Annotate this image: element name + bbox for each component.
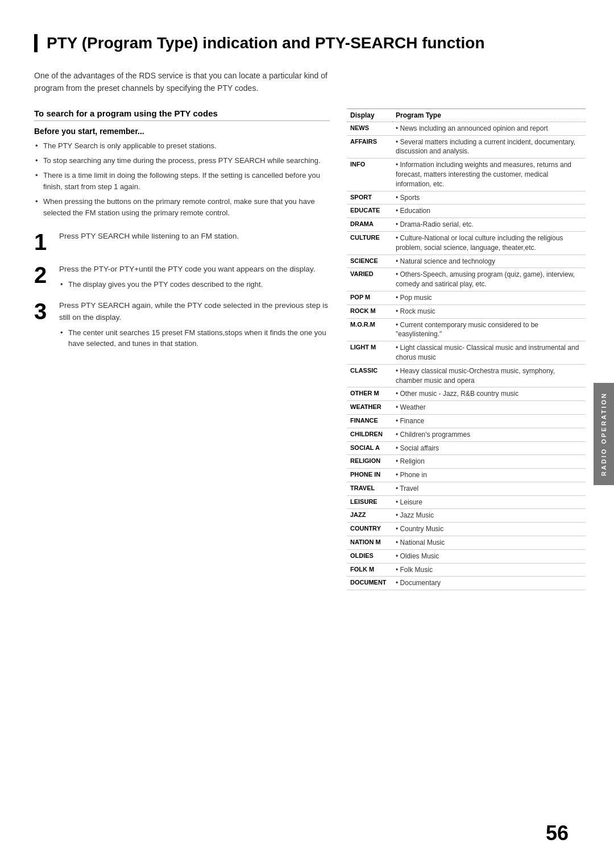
table-row: CHILDREN• Children's programmes: [347, 428, 586, 441]
program-type-desc: • Others-Speech, amusing program (quiz, …: [392, 268, 586, 291]
step-text: Press PTY SEARCH again, while the PTY co…: [59, 300, 330, 324]
display-code: PHONE IN: [347, 469, 392, 482]
display-code: FINANCE: [347, 414, 392, 428]
display-code: JAZZ: [347, 509, 392, 523]
program-type-desc: • Children's programmes: [392, 428, 586, 441]
table-row: SCIENCE• Natural science and technology: [347, 254, 586, 268]
radio-operation-sidebar: RADIO OPERATION: [594, 383, 614, 485]
display-code: INFO: [347, 158, 392, 191]
display-code: POP M: [347, 291, 392, 304]
display-code: ROCK M: [347, 304, 392, 318]
display-code: DOCUMENT: [347, 577, 392, 590]
table-row: CULTURE• Culture-National or local cultu…: [347, 231, 586, 254]
program-type-desc: • News including an announced opinion an…: [392, 122, 586, 135]
program-type-desc: • Pop music: [392, 291, 586, 304]
table-row: FINANCE• Finance: [347, 414, 586, 428]
step-content: Press PTY SEARCH again, while the PTY co…: [59, 300, 330, 349]
page-number: 56: [546, 821, 569, 845]
table-row: LEISURE• Leisure: [347, 495, 586, 509]
display-code: TRAVEL: [347, 482, 392, 495]
table-row: WEATHER• Weather: [347, 401, 586, 415]
program-type-desc: • Several matters including a current in…: [392, 135, 586, 158]
table-row: JAZZ• Jazz Music: [347, 509, 586, 523]
intro-text: One of the advantages of the RDS service…: [34, 69, 352, 95]
program-type-desc: • Other music - Jazz, R&B country music: [392, 387, 586, 401]
display-code: OTHER M: [347, 387, 392, 401]
program-type-desc: • Education: [392, 205, 586, 218]
program-type-desc: • Religion: [392, 455, 586, 469]
left-column: To search for a program using the PTY co…: [34, 108, 330, 360]
table-row: OTHER M• Other music - Jazz, R&B country…: [347, 387, 586, 401]
bullet-item: To stop searching any time during the pr…: [34, 155, 330, 166]
radio-operation-label: RADIO OPERATION: [600, 392, 607, 476]
table-row: SPORT• Sports: [347, 191, 586, 205]
table-row: VARIED• Others-Speech, amusing program (…: [347, 268, 586, 291]
step-content: Press the PTY-or PTY+until the PTY code …: [59, 264, 330, 290]
step-text: Press PTY SEARCH while listening to an F…: [59, 231, 330, 243]
section-heading: To search for a program using the PTY co…: [34, 108, 330, 121]
table-row: NEWS• News including an announced opinio…: [347, 122, 586, 135]
table-row: AFFAIRS• Several matters including a cur…: [347, 135, 586, 158]
page-title-bar: PTY (Program Type) indication and PTY-SE…: [34, 34, 586, 52]
table-header-display: Display: [347, 108, 392, 122]
program-type-desc: • Sports: [392, 191, 586, 205]
pty-table-body: NEWS• News including an announced opinio…: [347, 122, 586, 590]
display-code: AFFAIRS: [347, 135, 392, 158]
display-code: LIGHT M: [347, 341, 392, 365]
display-code: CULTURE: [347, 231, 392, 254]
pty-table: Display Program Type NEWS• News includin…: [347, 108, 586, 590]
step: 1Press PTY SEARCH while listening to an …: [34, 231, 330, 253]
table-row: PHONE IN• Phone in: [347, 469, 586, 482]
display-code: FOLK M: [347, 563, 392, 577]
display-code: DRAMA: [347, 218, 392, 232]
display-code: SPORT: [347, 191, 392, 205]
step: 3Press PTY SEARCH again, while the PTY c…: [34, 300, 330, 349]
table-row: FOLK M• Folk Music: [347, 563, 586, 577]
step-sub-bullet: The center unit searches 15 preset FM st…: [59, 327, 330, 349]
page-container: PTY (Program Type) indication and PTY-SE…: [0, 0, 614, 868]
program-type-desc: • Heavy classical music-Orchestra music,…: [392, 364, 586, 387]
table-row: DRAMA• Drama-Radio serial, etc.: [347, 218, 586, 232]
step-text: Press the PTY-or PTY+until the PTY code …: [59, 264, 330, 276]
program-type-desc: • Drama-Radio serial, etc.: [392, 218, 586, 232]
program-type-desc: • Leisure: [392, 495, 586, 509]
program-type-desc: • Current contemporary music considered …: [392, 318, 586, 341]
table-row: ROCK M• Rock music: [347, 304, 586, 318]
table-row: SOCIAL A• Social affairs: [347, 441, 586, 455]
bullet-item: The PTY Search is only applicable to pre…: [34, 140, 330, 152]
program-type-desc: • Documentary: [392, 577, 586, 590]
table-row: DOCUMENT• Documentary: [347, 577, 586, 590]
step: 2Press the PTY-or PTY+until the PTY code…: [34, 264, 330, 290]
program-type-desc: • Country Music: [392, 523, 586, 536]
table-row: NATION M• National Music: [347, 536, 586, 550]
display-code: M.O.R.M: [347, 318, 392, 341]
program-type-desc: • Finance: [392, 414, 586, 428]
program-type-desc: • Light classical music- Classical music…: [392, 341, 586, 365]
program-type-desc: • Phone in: [392, 469, 586, 482]
display-code: SCIENCE: [347, 254, 392, 268]
table-row: EDUCATE• Education: [347, 205, 586, 218]
program-type-desc: • Weather: [392, 401, 586, 415]
step-number: 3: [34, 300, 51, 323]
page-title: PTY (Program Type) indication and PTY-SE…: [47, 34, 586, 52]
content-columns: To search for a program using the PTY co…: [34, 108, 586, 590]
program-type-desc: • Rock music: [392, 304, 586, 318]
subsection-heading: Before you start, remember...: [34, 127, 330, 136]
step-number: 2: [34, 264, 51, 286]
display-code: EDUCATE: [347, 205, 392, 218]
display-code: CLASSIC: [347, 364, 392, 387]
table-row: COUNTRY• Country Music: [347, 523, 586, 536]
display-code: WEATHER: [347, 401, 392, 415]
table-row: M.O.R.M• Current contemporary music cons…: [347, 318, 586, 341]
step-sub-bullet: The display gives you the PTY codes desc…: [59, 279, 330, 290]
bullet-list: The PTY Search is only applicable to pre…: [34, 140, 330, 219]
step-number: 1: [34, 231, 51, 253]
display-code: VARIED: [347, 268, 392, 291]
table-row: CLASSIC• Heavy classical music-Orchestra…: [347, 364, 586, 387]
steps-container: 1Press PTY SEARCH while listening to an …: [34, 231, 330, 349]
right-column: Display Program Type NEWS• News includin…: [347, 108, 586, 590]
program-type-desc: • Information including weights and meas…: [392, 158, 586, 191]
display-code: NATION M: [347, 536, 392, 550]
bullet-item: There is a time limit in doing the follo…: [34, 170, 330, 193]
display-code: RELIGION: [347, 455, 392, 469]
